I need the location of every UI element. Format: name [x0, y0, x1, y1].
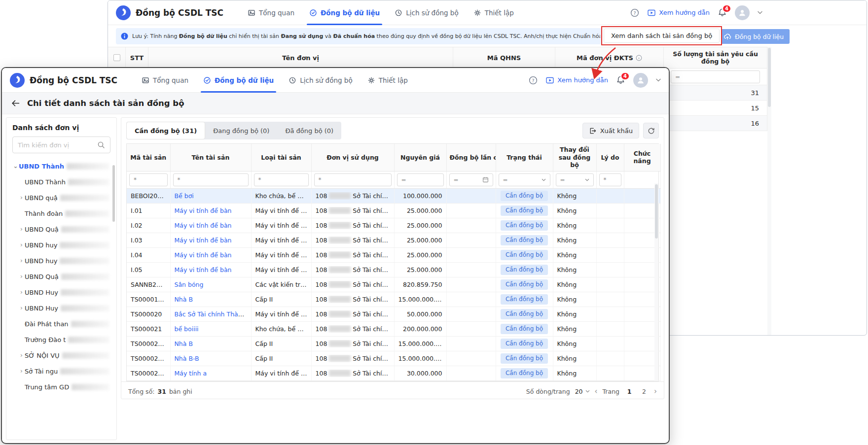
table-row[interactable]: I.05 Máy vi tính để bàn Máy vi tính để b…: [127, 262, 660, 277]
tree-item-unit[interactable]: › UBND huy: [6, 237, 116, 253]
asset-name-link[interactable]: Máy vi tính để bàn: [175, 207, 232, 214]
status-badge[interactable]: Cần đồng bộ: [501, 309, 548, 319]
asset-name-link[interactable]: Nhà B: [175, 296, 193, 303]
avatar[interactable]: [735, 5, 750, 20]
tree-item-unit[interactable]: UBND Thành: [6, 174, 116, 190]
filter-so-luong[interactable]: =: [671, 70, 760, 83]
status-tab[interactable]: Đang đồng bộ (0): [205, 122, 277, 139]
asset-name-link[interactable]: Máy vi tính để bàn: [175, 222, 232, 229]
tree-item-unit[interactable]: › Sở Tài ngu: [6, 363, 116, 379]
filter-loai-tai-san[interactable]: *: [254, 173, 309, 186]
tab-tong-quan[interactable]: Tổng quan: [240, 0, 302, 25]
status-badge[interactable]: Cần đồng bộ: [501, 368, 548, 378]
asset-name-link[interactable]: Bể bơi: [175, 192, 194, 200]
export-button[interactable]: Xuất khẩu: [582, 123, 639, 138]
help-icon[interactable]: ?: [630, 8, 639, 17]
sync-data-button[interactable]: Đồng bộ dữ liệu: [718, 29, 790, 44]
tab-thiet-lap[interactable]: Thiết lập: [466, 0, 521, 25]
asset-name-link[interactable]: Máy vi tính để bàn: [175, 251, 232, 259]
prev-page-button[interactable]: ‹: [595, 388, 598, 395]
search-icon[interactable]: [97, 141, 105, 149]
tree-item-unit[interactable]: Đài Phát than: [6, 316, 116, 332]
asset-name-link[interactable]: Máy tính a: [175, 370, 207, 377]
chevron-down-icon[interactable]: [758, 11, 762, 14]
asset-name-link[interactable]: Máy vi tính để bàn: [175, 237, 232, 244]
status-badge[interactable]: Cần đồng bộ: [501, 324, 548, 334]
asset-name-link[interactable]: Sân bóng: [175, 281, 204, 288]
tree-item-unit[interactable]: › UBND huy: [6, 253, 116, 269]
table-row[interactable]: I.01 Máy vi tính để bàn Máy vi tính để b…: [127, 203, 660, 218]
info-icon[interactable]: [636, 55, 642, 61]
status-badge[interactable]: Cần đồng bộ: [501, 265, 548, 274]
filter-don-vi-su-dung[interactable]: *: [314, 173, 392, 186]
tab-lich-su-dong-bo[interactable]: Lịch sử đồng bộ: [387, 0, 466, 25]
table-row[interactable]: TS000020 Bắc Sở Tài chính Thành Phố... M…: [127, 307, 660, 321]
table-row[interactable]: TS000021 bể boiiii Kho chứa, bể chứ... 1…: [127, 321, 660, 336]
notifications-button[interactable]: 4: [718, 8, 727, 17]
select-all-checkbox[interactable]: [113, 54, 120, 61]
back-icon[interactable]: [11, 99, 20, 108]
help-icon[interactable]: ?: [529, 76, 538, 85]
status-badge[interactable]: Cần đồng bộ: [501, 235, 548, 245]
status-tab[interactable]: Đã đồng bộ (0): [277, 122, 341, 139]
tree-item-unit[interactable]: ⌄ UBND Thành: [6, 158, 116, 174]
status-tab[interactable]: Cần đồng bộ (31): [126, 122, 205, 139]
notifications-button[interactable]: 4: [616, 75, 625, 85]
table-row[interactable]: I.04 Máy vi tính để bàn Máy vi tính để b…: [127, 247, 660, 262]
filter-thay-doi[interactable]: =: [556, 173, 594, 186]
status-badge[interactable]: Cần đồng bộ: [501, 191, 548, 201]
page-2-button[interactable]: 2: [639, 388, 649, 395]
page-size-select[interactable]: 20: [575, 388, 590, 395]
status-badge[interactable]: Cần đồng bộ: [501, 339, 548, 348]
tab-dong-bo-du-lieu[interactable]: Đồng bộ dữ liệu: [302, 0, 387, 25]
tree-item-unit[interactable]: › UBND Huy: [6, 284, 116, 300]
chevron-down-icon[interactable]: [656, 78, 661, 82]
tab-thiet-lap[interactable]: Thiết lập: [360, 68, 415, 93]
next-page-button[interactable]: ›: [654, 388, 657, 395]
guide-link[interactable]: Xem hướng dẫn: [545, 76, 608, 85]
table-row[interactable]: SANNB2024.01 Sân bóng Các vật kiến trúc.…: [127, 277, 660, 292]
avatar[interactable]: [633, 73, 648, 88]
tree-item-unit[interactable]: › UBND Quậ: [6, 269, 116, 284]
guide-link[interactable]: Xem hướng dẫn: [647, 8, 710, 17]
tree-item-unit[interactable]: › UBND Quậ: [6, 221, 116, 237]
tree-item-unit[interactable]: › SỞ NỘI VỤ: [6, 347, 116, 363]
table-row[interactable]: I.02 Máy vi tính để bàn Máy vi tính để b…: [127, 218, 660, 233]
filter-ly-do[interactable]: *: [599, 173, 621, 186]
tab-lich-su-dong-bo[interactable]: Lịch sử đồng bộ: [281, 68, 360, 93]
page-1-button[interactable]: 1: [624, 388, 634, 395]
asset-name-link[interactable]: Máy vi tính để bàn: [175, 266, 232, 274]
tab-dong-bo-du-lieu[interactable]: Đồng bộ dữ liệu: [196, 68, 281, 93]
tree-item-unit[interactable]: Thành đoàn: [6, 205, 116, 221]
asset-name-link[interactable]: Nhà B-B: [175, 355, 199, 362]
table-row[interactable]: TS000026_2-... Máy tính a Máy vi tính để…: [127, 366, 660, 380]
status-badge[interactable]: Cần đồng bộ: [501, 353, 548, 363]
tree-item-unit[interactable]: › UBND Huy: [6, 300, 116, 316]
unit-search-box[interactable]: [12, 137, 110, 153]
tree-item-unit[interactable]: › UBND quậ: [6, 190, 116, 205]
filter-ma-tai-san[interactable]: *: [129, 173, 168, 186]
unit-search-input[interactable]: [18, 141, 93, 149]
status-badge[interactable]: Cần đồng bộ: [501, 250, 548, 260]
table-row[interactable]: BEBOI2022.01 Bể bơi Kho chứa, bể chứ... …: [127, 188, 660, 203]
filter-trang-thai[interactable]: =: [499, 173, 550, 186]
status-badge[interactable]: Cần đồng bộ: [501, 279, 548, 289]
refresh-button[interactable]: [643, 123, 659, 138]
tab-tong-quan[interactable]: Tổng quan: [134, 68, 196, 93]
filter-ten-tai-san[interactable]: *: [173, 173, 249, 186]
asset-name-link[interactable]: bể boiiii: [175, 325, 199, 333]
sidebar-scrollbar[interactable]: [112, 165, 115, 222]
asset-name-link[interactable]: Nhà B: [175, 340, 193, 347]
status-badge[interactable]: Cần đồng bộ: [501, 220, 548, 230]
table-row[interactable]: I.03 Máy vi tính để bàn Máy vi tính để b…: [127, 233, 660, 247]
asset-name-link[interactable]: Bắc Sở Tài chính Thành Phố...: [175, 310, 252, 318]
tree-item-unit[interactable]: Trường Đào t: [6, 332, 116, 347]
status-badge[interactable]: Cần đồng bộ: [501, 205, 548, 215]
filter-dong-bo-lan-cuoi[interactable]: =: [449, 173, 493, 186]
table-row[interactable]: TS000012_1 Nhà B Cấp II 108 Sở Tài chính…: [127, 292, 660, 307]
table-row[interactable]: TS000021_1 Nhà B Cấp II 108 Sở Tài chính…: [127, 336, 660, 351]
status-badge[interactable]: Cần đồng bộ: [501, 294, 548, 304]
table-row[interactable]: TS000023_1-... Nhà B-B Cấp II 108 Sở Tài…: [127, 351, 660, 366]
view-asset-list-button[interactable]: Xem danh sách tài sản đồng bộ: [604, 29, 720, 43]
filter-nguyen-gia[interactable]: =: [397, 173, 444, 186]
